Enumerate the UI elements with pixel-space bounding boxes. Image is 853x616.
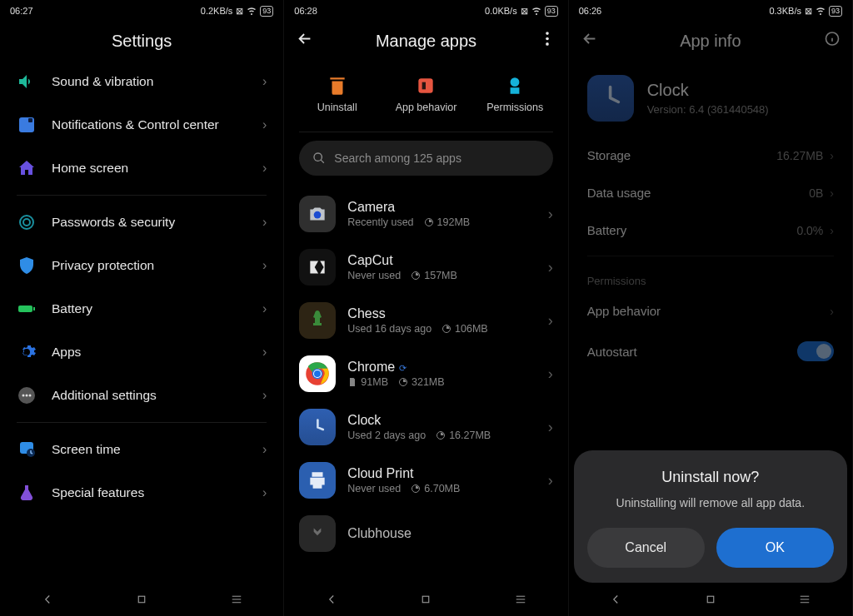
app-list[interactable]: Camera Recently used 192MB › CapCut Neve…: [284, 187, 567, 616]
fingerprint-icon: [17, 212, 37, 232]
settings-item-additional[interactable]: Additional settings ›: [0, 374, 283, 417]
chevron-right-icon: ›: [830, 186, 834, 200]
app-row-camera[interactable]: Camera Recently used 192MB ›: [284, 187, 567, 241]
divider: [587, 256, 834, 256]
settings-panel: 06:27 0.2KB/s ⊠ 93 Settings Sound & vibr…: [0, 0, 284, 616]
divider: [17, 195, 267, 196]
status-battery: 93: [829, 6, 842, 17]
trash-icon: [327, 75, 348, 97]
app-behavior-action[interactable]: App behavior: [384, 75, 467, 113]
permissions-icon: [504, 75, 526, 97]
info-row-behavior[interactable]: App behavior ›: [569, 292, 852, 330]
wifi-icon: [531, 6, 541, 16]
svg-rect-4: [18, 306, 32, 312]
wifi-icon: [816, 6, 826, 16]
settings-item-battery[interactable]: Battery ›: [0, 287, 283, 330]
capcut-icon: [299, 249, 336, 286]
settings-list[interactable]: Sound & vibration › Notifications & Cont…: [0, 60, 283, 616]
overflow-menu-icon[interactable]: [538, 30, 556, 52]
nav-recent-icon[interactable]: [797, 592, 812, 607]
info-row-data[interactable]: Data usage 0B›: [569, 174, 852, 211]
divider: [299, 132, 552, 132]
svg-rect-31: [423, 596, 430, 603]
settings-item-screentime[interactable]: Screen time ›: [0, 428, 283, 471]
chevron-right-icon: ›: [262, 215, 267, 230]
nav-recent-icon[interactable]: [513, 592, 528, 607]
settings-item-home[interactable]: Home screen ›: [0, 147, 283, 190]
nav-back-icon[interactable]: [608, 592, 623, 607]
status-net: 0.0KB/s: [485, 6, 517, 16]
info-icon[interactable]: [824, 31, 841, 52]
search-placeholder: Search among 125 apps: [334, 152, 461, 165]
chevron-right-icon: ›: [830, 224, 834, 237]
divider: [17, 422, 267, 423]
info-row-battery[interactable]: Battery 0.0%›: [569, 211, 852, 249]
settings-item-sound[interactable]: Sound & vibration ›: [0, 60, 283, 103]
autostart-toggle[interactable]: [797, 341, 834, 361]
svg-point-14: [546, 37, 549, 41]
chevron-right-icon: ›: [830, 305, 834, 318]
status-net: 0.3KB/s: [769, 6, 801, 16]
flask-icon: [17, 483, 37, 503]
app-version: Version: 6.4 (361440548): [647, 103, 769, 116]
chevron-right-icon: ›: [262, 485, 267, 500]
info-row-storage[interactable]: Storage 16.27MB›: [569, 137, 852, 174]
app-row-chess[interactable]: Chess Used 16 days ago 106MB ›: [284, 294, 567, 347]
loading-icon: ⟳: [399, 363, 407, 373]
sound-icon: [17, 72, 37, 92]
cancel-button[interactable]: Cancel: [587, 528, 705, 568]
ok-button[interactable]: OK: [716, 528, 834, 568]
svg-point-15: [546, 42, 549, 46]
sd-icon: [347, 377, 357, 387]
settings-item-special[interactable]: Special features ›: [0, 471, 283, 514]
chevron-right-icon: ›: [262, 161, 267, 176]
nav-home-icon[interactable]: [418, 592, 433, 607]
nav-recent-icon[interactable]: [229, 592, 244, 607]
settings-item-notifications[interactable]: Notifications & Control center ›: [0, 103, 283, 147]
settings-item-security[interactable]: Passwords & security ›: [0, 201, 283, 244]
settings-item-privacy[interactable]: Privacy protection ›: [0, 244, 283, 287]
nav-home-icon[interactable]: [134, 592, 149, 607]
storage-icon: [398, 377, 408, 387]
nav-back-icon[interactable]: [40, 592, 55, 607]
hourglass-icon: [17, 440, 37, 460]
wifi-icon: [247, 6, 257, 16]
back-button[interactable]: [296, 30, 314, 52]
control-center-icon: [17, 115, 37, 135]
svg-point-8: [26, 395, 28, 397]
section-label-permissions: Permissions: [569, 263, 852, 292]
chevron-right-icon: ›: [548, 259, 553, 276]
clubhouse-icon: [299, 515, 336, 552]
app-row-cloudprint[interactable]: Cloud Print Never used 6.70MB ›: [284, 454, 567, 507]
page-title: Settings: [0, 22, 283, 60]
gear-icon: [17, 342, 37, 362]
search-input[interactable]: Search among 125 apps: [299, 141, 552, 176]
storage-icon: [411, 484, 421, 494]
svg-point-19: [314, 211, 322, 219]
app-info-panel: 06:26 0.3KB/s ⊠ 93 App info Clock Versio…: [569, 0, 853, 616]
app-row-clock[interactable]: Clock Used 2 days ago 16.27MB ›: [284, 400, 567, 454]
system-nav: [0, 583, 283, 616]
uninstall-action[interactable]: Uninstall: [296, 75, 379, 113]
page-title: App info: [569, 22, 852, 60]
chevron-right-icon: ›: [262, 117, 267, 132]
svg-rect-5: [33, 307, 35, 310]
info-row-autostart[interactable]: Autostart: [569, 330, 852, 373]
settings-item-apps[interactable]: Apps ›: [0, 330, 283, 374]
back-button[interactable]: [581, 30, 599, 52]
svg-point-2: [20, 216, 33, 229]
status-bar: 06:28 0.0KB/s ⊠ 93: [284, 0, 567, 22]
chevron-right-icon: ›: [262, 258, 267, 273]
permissions-action[interactable]: Permissions: [473, 75, 556, 113]
search-icon: [312, 152, 326, 165]
app-icon: [587, 75, 634, 122]
nav-back-icon[interactable]: [324, 592, 339, 607]
app-row-clubhouse[interactable]: Clubhouse: [284, 507, 567, 560]
home-icon: [17, 158, 37, 178]
app-row-capcut[interactable]: CapCut Never used 157MB ›: [284, 241, 567, 294]
nav-home-icon[interactable]: [703, 592, 718, 607]
chess-icon: [299, 302, 336, 339]
action-row: Uninstall App behavior Permissions: [284, 60, 567, 132]
app-row-chrome[interactable]: Chrome ⟳ 91MB 321MB ›: [284, 347, 567, 400]
storage-icon: [424, 217, 434, 227]
